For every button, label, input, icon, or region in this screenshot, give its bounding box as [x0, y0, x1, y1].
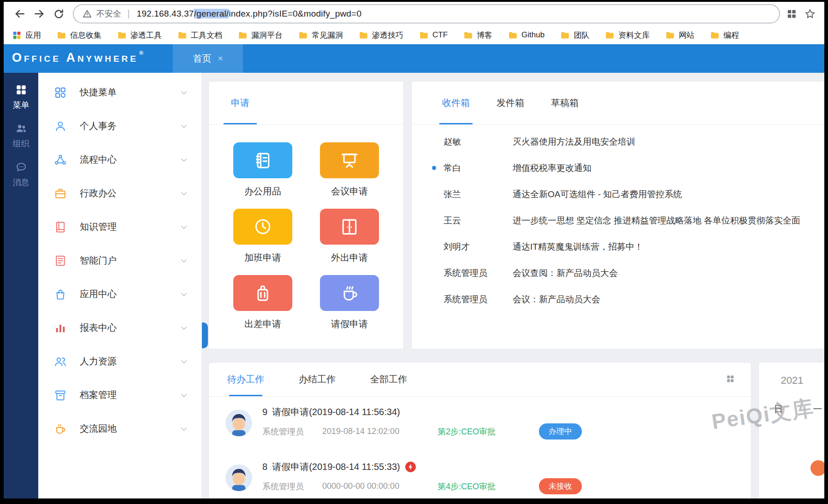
calendar-card: 2021 日 一 — [758, 362, 824, 498]
sidebar-item-community[interactable]: 交流园地 — [38, 412, 201, 445]
bookmark-folder-item[interactable]: 网站 — [665, 30, 694, 41]
bar-chart-icon — [54, 322, 68, 334]
mail-list-item[interactable]: 系统管理员 会议：新产品动员大会 — [412, 286, 824, 312]
app-tile-label: 外出申请 — [331, 252, 368, 264]
tab-home[interactable]: 首页 × — [173, 44, 243, 73]
work-item-meta: 系统管理员 2019-08-14 12:02:00 第2步:CEO审批 办理中 — [262, 423, 751, 440]
tab-inbox[interactable]: 收件箱 — [442, 82, 470, 124]
rail-item-messages[interactable]: 消息 — [13, 161, 30, 188]
sidebar-item-label: 档案管理 — [80, 389, 180, 401]
folder-icon — [605, 30, 615, 40]
tab-drafts[interactable]: 草稿箱 — [551, 82, 579, 124]
mail-list-item[interactable]: 系统管理员 会议查阅：新产品动员大会 — [412, 260, 824, 286]
calendar-date-badge[interactable] — [810, 460, 824, 476]
sidebar-item-quick-menu[interactable]: 快捷菜单 — [38, 76, 201, 109]
mail-subject: 会议：新产品动员大会 — [513, 293, 824, 305]
mail-list: 赵敏 灭火器使用方法及用电安全培训 常白 增值税税率更改通知 — [412, 125, 824, 312]
sidebar-item-admin-office[interactable]: 行政办公 — [38, 176, 201, 210]
bookmark-folder-item[interactable]: 工具文档 — [177, 30, 222, 41]
mail-list-item[interactable]: 张兰 通达全新OA可选组件 - 知己者费用管控系统 — [412, 181, 824, 207]
sidebar-item-hr[interactable]: 人力资源 — [38, 345, 201, 378]
bookmark-star-icon[interactable] — [804, 8, 816, 20]
user-icon — [54, 120, 68, 133]
door-icon — [320, 209, 379, 245]
app-tile-label: 加班申请 — [244, 252, 281, 264]
mail-sender: 张兰 — [444, 188, 513, 200]
work-item-main: 9 请假申请(2019-08-14 11:56:34) 系统管理员 201 — [262, 406, 751, 440]
bookmark-folder-item[interactable]: 渗透工具 — [117, 30, 162, 41]
bookmark-apps[interactable]: 应用 — [12, 30, 41, 41]
tab-close-icon[interactable]: × — [218, 53, 223, 64]
work-item-title-text: 请假申请(2019-08-14 11:55:33) — [272, 461, 400, 473]
work-item-time: 0000-00-00 00:00:00 — [322, 481, 438, 491]
bookmark-folder-item[interactable]: Github — [508, 30, 544, 40]
url-text[interactable]: 192.168.43.37/general/index.php?isIE=0&m… — [136, 9, 361, 19]
app-tile-label: 会议申请 — [331, 185, 368, 198]
rail-item-menu[interactable]: 菜单 — [13, 84, 30, 111]
bookmark-folder-item[interactable]: CTF — [419, 30, 448, 40]
sidebar-item-personal[interactable]: 个人事务 — [38, 109, 201, 143]
mail-list-item[interactable]: 赵敏 灭火器使用方法及用电安全培训 — [412, 129, 824, 155]
tab-finished-work[interactable]: 办结工作 — [299, 363, 336, 396]
bookmark-folder-item[interactable]: 博客 — [463, 30, 492, 41]
app-tile-business-trip[interactable]: 出差申请 — [232, 275, 293, 330]
tab-groups-icon[interactable] — [787, 9, 797, 19]
mail-subject: 通达全新OA可选组件 - 知己者费用管控系统 — [513, 188, 824, 200]
app-tile-label: 办公用品 — [244, 185, 281, 198]
app-tile-office-supplies[interactable]: 办公用品 — [232, 142, 293, 198]
address-bar[interactable]: 不安全 | 192.168.43.37/general/index.php?is… — [73, 4, 780, 23]
bookmark-folder-item[interactable]: 信息收集 — [57, 30, 101, 41]
archive-box-icon — [54, 389, 68, 402]
work-list-item[interactable]: 9 请假申请(2019-08-14 11:56:34) 系统管理员 201 — [225, 399, 751, 447]
sidebar-item-reports[interactable]: 报表中心 — [38, 311, 201, 345]
bookmark-folder-item[interactable]: 漏洞平台 — [238, 30, 283, 41]
sidebar-item-knowledge[interactable]: 知识管理 — [38, 210, 201, 244]
work-item-title: 9 请假申请(2019-08-14 11:56:34) — [262, 406, 751, 418]
bookmark-folder-item[interactable]: 常见漏洞 — [298, 30, 343, 41]
bookmark-label: 博客 — [477, 30, 492, 41]
back-button[interactable] — [10, 4, 30, 23]
bookmark-folder-item[interactable]: 渗透技巧 — [359, 30, 403, 41]
reload-button[interactable] — [49, 4, 68, 23]
unread-dot — [432, 166, 436, 170]
bookmark-folder-item[interactable]: 资料文库 — [605, 30, 650, 41]
coffee-icon — [54, 422, 68, 435]
sidebar-item-portal[interactable]: 智能门户 — [38, 244, 201, 277]
app-tile-going-out[interactable]: 外出申请 — [319, 209, 380, 264]
presentation-icon — [320, 142, 379, 178]
sidebar-item-workflow[interactable]: 流程中心 — [38, 143, 201, 176]
bookmark-folder-item[interactable]: 编程 — [710, 30, 739, 41]
briefcase-icon — [54, 187, 68, 200]
sidebar-item-label: 流程中心 — [80, 153, 180, 166]
tab-all-work[interactable]: 全部工作 — [370, 363, 407, 396]
rail-item-org[interactable]: 组织 — [13, 123, 30, 149]
bookmark-folder-item[interactable]: 团队 — [560, 30, 589, 41]
app-tile-meeting[interactable]: 会议申请 — [319, 142, 380, 198]
security-warning-icon[interactable] — [82, 9, 92, 19]
left-rail: 菜单 组织 消息 — [4, 73, 38, 498]
tab-outbox[interactable]: 发件箱 — [497, 82, 524, 124]
chevron-down-icon — [180, 291, 188, 298]
mail-list-item[interactable]: 刘明才 通达IT精英魔鬼训练营，招募中！ — [412, 234, 824, 260]
calendar-weekday-row: 日 一 — [759, 403, 824, 416]
work-item-number: 9 — [262, 407, 267, 417]
forward-button[interactable] — [30, 4, 49, 23]
work-list-item[interactable]: 8 请假申请(2019-08-14 11:55:33) 系统管理员 000 — [225, 453, 751, 498]
chevron-down-icon — [180, 425, 188, 433]
app-tile-overtime[interactable]: 加班申请 — [232, 209, 293, 264]
sidebar-item-label: 智能门户 — [80, 254, 180, 267]
tab-apply[interactable]: 申请 — [231, 82, 249, 124]
app-logo: Office Anywhere® — [4, 44, 173, 73]
work-list: 9 请假申请(2019-08-14 11:56:34) 系统管理员 201 — [209, 397, 751, 498]
mail-list-item[interactable]: 王云 进一步统一思想 坚定信念 推进精益管理战略落地 各单位积极贯彻落实全面 — [412, 207, 824, 234]
book-icon — [54, 221, 68, 234]
bookmark-label: 团队 — [574, 30, 589, 41]
sidebar-item-archives[interactable]: 档案管理 — [38, 378, 201, 412]
grid-view-icon[interactable] — [726, 375, 734, 385]
sidebar-collapse-handle[interactable] — [202, 322, 208, 348]
bookmarks-bar: 应用 信息收集 渗透工具 — [4, 26, 824, 44]
sidebar-item-app-center[interactable]: 应用中心 — [38, 277, 201, 311]
app-tile-leave[interactable]: 请假申请 — [319, 275, 380, 330]
mail-list-item[interactable]: 常白 增值税税率更改通知 — [412, 155, 824, 181]
tab-pending-work[interactable]: 待办工作 — [227, 363, 264, 396]
